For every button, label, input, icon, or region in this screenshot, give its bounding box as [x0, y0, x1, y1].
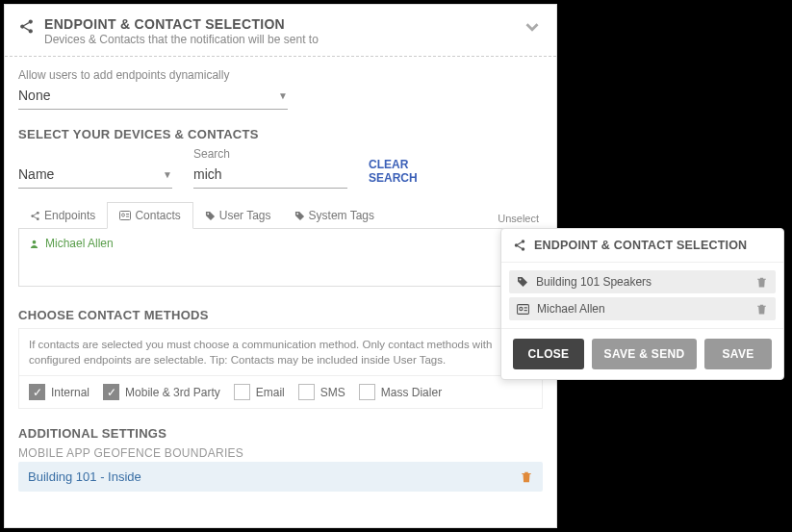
- tab-label: Endpoints: [44, 209, 95, 222]
- geofence-name: Building 101 - Inside: [28, 469, 141, 484]
- svg-point-9: [296, 213, 298, 215]
- checkbox-internal[interactable]: ✓: [29, 384, 45, 400]
- svg-point-12: [522, 240, 525, 243]
- close-button[interactable]: CLOSE: [513, 339, 584, 369]
- additional-heading: ADDITIONAL SETTINGS: [18, 426, 543, 441]
- trash-icon[interactable]: [755, 303, 768, 316]
- caret-down-icon: ▼: [278, 90, 288, 101]
- devices-heading: SELECT YOUR DEVICES & CONTACTS: [18, 127, 543, 141]
- geofence-item[interactable]: Building 101 - Inside: [18, 462, 543, 492]
- search-label: Search: [193, 147, 347, 161]
- checkbox-label: Internal: [51, 386, 89, 399]
- methods-heading: CHOOSE CONTACT METHODS: [18, 308, 543, 322]
- popup-item-label: Building 101 Speakers: [536, 275, 651, 289]
- checkbox-email[interactable]: [234, 384, 250, 400]
- svg-point-16: [520, 307, 523, 310]
- result-item[interactable]: Michael Allen: [29, 237, 532, 250]
- dynamic-endpoints-label: Allow users to add endpoints dynamically: [18, 68, 543, 82]
- tabs: Endpoints Contacts User Tags System Tags…: [18, 202, 543, 229]
- clear-search-button[interactable]: CLEAR SEARCH: [369, 158, 456, 189]
- popup-buttons: CLOSE SAVE & SEND SAVE: [501, 328, 783, 379]
- results-list: Michael Allen: [18, 229, 543, 287]
- trash-icon[interactable]: [520, 470, 533, 484]
- svg-point-7: [122, 214, 125, 216]
- tab-system-tags[interactable]: System Tags: [283, 203, 386, 228]
- tab-endpoints[interactable]: Endpoints: [18, 203, 107, 228]
- checkbox-label: Email: [256, 386, 285, 399]
- tab-label: User Tags: [219, 209, 271, 222]
- popup-header: ENDPOINT & CONTACT SELECTION: [501, 229, 783, 263]
- panel-title: ENDPOINT & CONTACT SELECTION: [44, 16, 522, 32]
- tab-contacts[interactable]: Contacts: [107, 202, 192, 229]
- trash-icon[interactable]: [755, 276, 768, 289]
- popup-item: Building 101 Speakers: [509, 270, 776, 293]
- svg-point-10: [33, 240, 37, 243]
- selection-popup: ENDPOINT & CONTACT SELECTION Building 10…: [500, 228, 784, 380]
- share-icon: [513, 239, 526, 252]
- share-icon: [18, 18, 35, 35]
- checkbox-label: SMS: [320, 386, 345, 399]
- tab-label: System Tags: [309, 209, 374, 222]
- svg-point-13: [522, 247, 525, 251]
- svg-point-1: [29, 19, 33, 23]
- search-input[interactable]: [193, 163, 347, 189]
- tab-user-tags[interactable]: User Tags: [193, 203, 283, 228]
- tag-icon: [205, 211, 216, 221]
- dynamic-endpoints-value: None: [18, 88, 50, 103]
- save-send-button[interactable]: SAVE & SEND: [592, 339, 697, 369]
- share-icon: [30, 211, 40, 221]
- id-card-icon: [517, 304, 529, 315]
- result-name: Michael Allen: [45, 237, 114, 250]
- svg-point-0: [20, 24, 24, 28]
- popup-title: ENDPOINT & CONTACT SELECTION: [534, 239, 747, 252]
- popup-item: Michael Allen: [509, 297, 776, 320]
- filter-by-select[interactable]: Name ▼: [18, 163, 172, 189]
- svg-point-5: [37, 217, 39, 220]
- chevron-down-icon[interactable]: [522, 16, 543, 38]
- checkbox-sms[interactable]: [298, 384, 315, 400]
- panel-header: ENDPOINT & CONTACT SELECTION Devices & C…: [5, 5, 556, 57]
- dynamic-endpoints-select[interactable]: None ▼: [18, 84, 288, 110]
- methods-row: ✓ Internal ✓ Mobile & 3rd Party Email SM…: [18, 376, 543, 409]
- svg-point-11: [515, 243, 519, 247]
- svg-point-8: [207, 213, 209, 215]
- save-button[interactable]: SAVE: [704, 339, 772, 369]
- tag-icon: [517, 276, 528, 288]
- id-card-icon: [119, 211, 131, 220]
- main-panel: ENDPOINT & CONTACT SELECTION Devices & C…: [4, 4, 557, 528]
- popup-list: Building 101 Speakers Michael Allen: [501, 263, 783, 328]
- checkbox-mobile[interactable]: ✓: [103, 384, 119, 400]
- checkbox-mass-dialer[interactable]: [359, 384, 375, 400]
- methods-hint: If contacts are selected you must choose…: [18, 328, 543, 376]
- person-icon: [29, 239, 39, 249]
- svg-point-4: [37, 211, 39, 214]
- tab-label: Contacts: [135, 209, 180, 222]
- geofence-subheading: MOBILE APP GEOFENCE BOUNDARIES: [18, 446, 543, 460]
- svg-point-14: [520, 279, 522, 281]
- svg-point-3: [31, 215, 34, 217]
- popup-item-label: Michael Allen: [537, 302, 605, 316]
- filter-by-value: Name: [18, 166, 54, 182]
- svg-point-2: [29, 29, 33, 33]
- panel-subtitle: Devices & Contacts that the notification…: [44, 33, 522, 46]
- tag-icon: [294, 211, 305, 221]
- checkbox-label: Mass Dialer: [381, 386, 442, 399]
- unselect-link[interactable]: Unselect: [498, 213, 543, 228]
- checkbox-label: Mobile & 3rd Party: [125, 386, 220, 399]
- caret-down-icon: ▼: [163, 169, 172, 180]
